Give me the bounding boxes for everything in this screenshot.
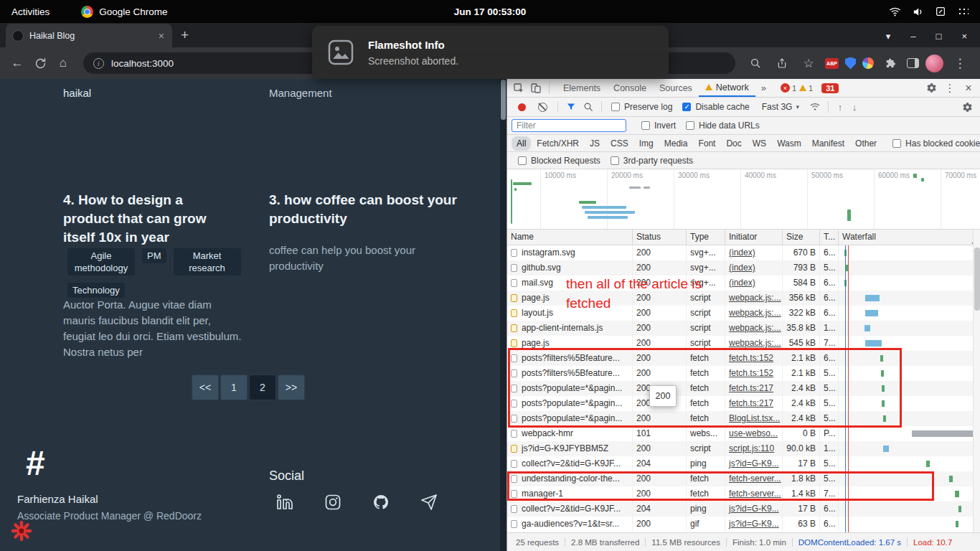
column-header-waterfall[interactable]: ▲ Waterfall (839, 230, 980, 245)
devtools-tab-elements[interactable]: Elements (557, 79, 607, 97)
devtools-scrollbar[interactable] (973, 230, 980, 532)
devtools-tab-console[interactable]: Console (607, 79, 653, 97)
network-request-row[interactable]: ga-audiences?v=1&t=sr... 200 gif js?id=G… (507, 517, 980, 532)
issues-badge[interactable]: 31 (821, 83, 839, 93)
post-tag[interactable]: Technology (67, 283, 125, 298)
request-initiator-link[interactable]: script.js:110 (729, 443, 774, 453)
type-filter-other[interactable]: Other (850, 136, 882, 151)
type-filter-manifest[interactable]: Manifest (807, 136, 849, 151)
post-tag[interactable]: Market research (174, 248, 241, 276)
record-button[interactable] (518, 103, 526, 111)
adblock-extension-icon[interactable]: ABP (825, 58, 839, 69)
type-filter-js[interactable]: JS (585, 136, 605, 151)
minimize-button[interactable]: – (910, 31, 915, 42)
devtools-scrollbar-thumb[interactable] (974, 248, 980, 311)
zoom-icon[interactable] (745, 53, 765, 73)
column-header-initiator[interactable]: Initiator (725, 230, 783, 245)
type-filter-ws[interactable]: WS (748, 136, 771, 151)
pagination-button-3[interactable]: >> (278, 375, 305, 400)
request-initiator-link[interactable]: js?id=G-K9... (729, 458, 779, 468)
clear-button[interactable] (538, 103, 547, 112)
filter-toggle-icon[interactable] (562, 99, 580, 115)
throttling-select[interactable]: Fast 3G ▾ (762, 102, 799, 112)
bookmark-star-icon[interactable]: ☆ (798, 53, 819, 73)
network-request-row[interactable]: github.svg 200 svg+... (index) 793 B 5..… (507, 260, 980, 276)
request-initiator-link[interactable]: webpack.js:... (729, 293, 781, 303)
network-settings-icon[interactable] (958, 99, 976, 115)
screenshot-tool-icon[interactable] (935, 6, 946, 17)
extensions-puzzle-icon[interactable] (880, 53, 900, 73)
hide-data-urls-checkbox[interactable]: Hide data URLs (686, 121, 760, 131)
site-info-icon[interactable]: i (93, 58, 104, 69)
shield-extension-icon[interactable] (845, 57, 856, 70)
type-filter-media[interactable]: Media (659, 136, 693, 151)
column-header-type[interactable]: Type (687, 230, 725, 245)
request-initiator-link[interactable]: webpack.js:... (729, 338, 781, 348)
extension-icon[interactable] (862, 57, 874, 69)
blocked-requests-checkbox[interactable]: Blocked Requests (518, 156, 600, 166)
app-grid-icon[interactable] (957, 6, 969, 17)
volume-icon[interactable] (912, 6, 924, 18)
profile-avatar[interactable] (925, 55, 943, 72)
request-initiator-link[interactable]: (index) (729, 263, 755, 273)
tab-search-button[interactable]: ▾ (886, 31, 891, 42)
network-request-row[interactable]: collect?v=2&tid=G-K9JF... 204 ping js?id… (507, 501, 980, 517)
column-header-size[interactable]: Size (783, 230, 820, 245)
network-request-row[interactable]: collect?v=2&tid=G-K9JF... 204 ping js?id… (507, 456, 980, 471)
third-party-requests-checkbox[interactable]: 3rd-party requests (611, 156, 693, 166)
focused-app-indicator[interactable]: Google Chrome (81, 6, 167, 18)
system-tray[interactable] (889, 6, 969, 18)
network-search-icon[interactable] (580, 99, 597, 115)
request-initiator-link[interactable]: webpack.js:... (729, 323, 781, 333)
share-icon[interactable] (772, 53, 792, 73)
request-initiator-link[interactable]: use-webso... (729, 428, 778, 438)
network-overview-timeline[interactable]: 10000 ms20000 ms30000 ms40000 ms50000 ms… (507, 169, 980, 230)
type-filter-font[interactable]: Font (693, 136, 720, 151)
import-har-icon[interactable]: ↑ (833, 99, 847, 115)
type-filter-all[interactable]: All (512, 136, 531, 151)
pagination-button-1[interactable]: 1 (220, 375, 248, 400)
type-filter-img[interactable]: Img (634, 136, 659, 151)
page-scrollbar-thumb[interactable] (501, 80, 506, 120)
browser-menu-icon[interactable]: ⋮ (950, 53, 970, 73)
post-title-secondary[interactable]: 3. how coffee can boost your productivit… (269, 191, 461, 228)
page-scrollbar[interactable] (500, 79, 507, 551)
column-header-status[interactable]: Status (633, 230, 687, 245)
network-conditions-icon[interactable] (806, 99, 824, 115)
reload-button[interactable] (30, 53, 50, 73)
post-tag[interactable]: PM (142, 248, 166, 263)
maximize-button[interactable]: □ (936, 31, 942, 42)
wifi-icon[interactable] (889, 6, 901, 18)
invert-checkbox[interactable]: Invert (641, 121, 676, 131)
has-blocked-cookies-checkbox[interactable]: Has blocked cookies (892, 138, 980, 149)
column-header-name[interactable]: Name (507, 230, 633, 245)
site-brand[interactable]: haikal (63, 87, 91, 99)
type-filter-css[interactable]: CSS (606, 136, 633, 151)
tab-close-button[interactable]: × (157, 30, 166, 42)
more-tabs-button[interactable]: » (755, 83, 772, 93)
export-har-icon[interactable]: ↓ (847, 99, 862, 115)
console-warnings-icon[interactable] (799, 85, 806, 91)
type-filter-fetchxhr[interactable]: Fetch/XHR (532, 136, 584, 151)
activities-button[interactable]: Activities (11, 6, 50, 17)
network-request-row[interactable]: js?id=G-K9JFYBBM5Z 200 script script.js:… (507, 441, 980, 456)
request-initiator-link[interactable]: (index) (729, 248, 755, 258)
telegram-icon[interactable] (420, 494, 438, 511)
devtools-tab-network[interactable]: Network (699, 79, 755, 97)
disable-cache-checkbox[interactable]: Disable cache (682, 102, 749, 112)
network-filter-input[interactable] (512, 119, 626, 132)
pagination-button-0[interactable]: << (192, 375, 219, 400)
post-title-featured[interactable]: 4. How to design a product that can grow… (63, 191, 237, 247)
devtools-tab-sources[interactable]: Sources (653, 79, 699, 97)
system-clock[interactable]: Jun 17 00:53:00 (454, 6, 527, 17)
network-request-row[interactable]: webpack-hmr 101 webs... use-webso... 0 B… (507, 426, 980, 441)
type-filter-wasm[interactable]: Wasm (772, 136, 806, 151)
type-filter-doc[interactable]: Doc (721, 136, 746, 151)
back-button[interactable]: ← (7, 53, 27, 73)
side-panel-icon[interactable] (907, 58, 919, 68)
window-close-button[interactable]: × (961, 31, 967, 42)
post-tag[interactable]: Agile methodology (67, 248, 135, 276)
column-header-time[interactable]: T... (820, 230, 839, 245)
request-initiator-link[interactable]: js?id=G-K9... (729, 519, 779, 529)
inspect-element-icon[interactable] (510, 80, 527, 96)
